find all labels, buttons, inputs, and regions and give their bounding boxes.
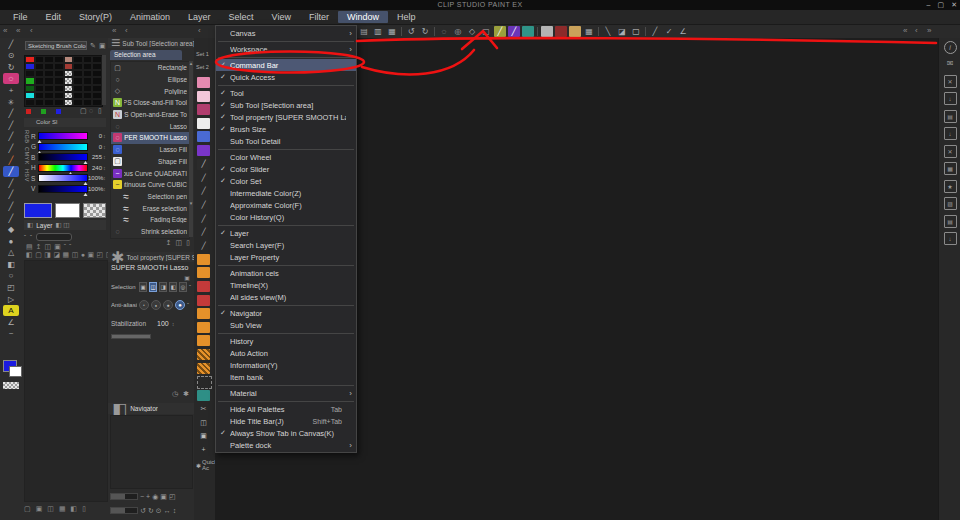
layer-list[interactable] (24, 260, 108, 502)
color-swatch[interactable] (54, 77, 64, 84)
menu-item-hide-title-bar-j-[interactable]: Hide Title Bar(J)Shift+Tab (216, 415, 356, 427)
teal-swatch-icon[interactable] (522, 26, 534, 37)
subtool-item-erase-selection[interactable]: ≈Erase selection (111, 202, 189, 214)
invert-selection-icon[interactable]: ◇ (466, 26, 478, 37)
quick-access-set1-label[interactable]: Set 1 (196, 51, 209, 57)
pen-tool[interactable]: ╱ (3, 39, 19, 50)
navigator-zoom-icon[interactable]: ◰ (169, 493, 176, 501)
menubar-item-storyp[interactable]: Story(P) (70, 11, 121, 23)
navigator-rotate-icon[interactable]: ↔ (164, 507, 171, 514)
delete-swatch-icon[interactable]: ▯ (98, 107, 102, 115)
save-icon[interactable]: ▦ (386, 26, 398, 37)
color-swatch[interactable] (73, 63, 83, 70)
collapse-chevron-icon[interactable]: « (3, 26, 7, 35)
menu-item-search-layer-f-[interactable]: Search Layer(F) (216, 239, 356, 251)
navigator-zoom-icon[interactable]: ◉ (152, 493, 158, 501)
selection-area-tool[interactable]: ◌ (3, 73, 19, 84)
color-swatch[interactable] (92, 63, 102, 70)
navigator-preview[interactable] (110, 415, 193, 489)
spray-tool[interactable]: ╱ (3, 201, 19, 212)
lock-icon[interactable]: ▣ (184, 274, 190, 281)
snap-angle-icon[interactable]: ∠ (677, 26, 689, 37)
menubar-item-filter[interactable]: Filter (300, 11, 338, 23)
subtool-item-lasso[interactable]: ◌Lasso (111, 120, 189, 132)
color-swatch[interactable] (73, 92, 83, 99)
color-swatch[interactable] (44, 70, 54, 77)
undo-icon[interactable]: ↺ (405, 26, 417, 37)
qa-orange-striped[interactable] (197, 363, 210, 374)
fill-tool[interactable]: ◧ (3, 259, 19, 270)
close-button[interactable]: ✕ (951, 0, 957, 10)
open-icon[interactable]: ▥ (372, 26, 384, 37)
collapse-chevron-icon[interactable]: « (903, 26, 907, 35)
palette-dock-icon[interactable]: ▣ (36, 505, 43, 513)
material-dock-icon[interactable]: ↓ (944, 92, 957, 105)
layer-command-icon[interactable]: ◧ (26, 251, 33, 259)
subtool-item-fading-edge[interactable]: ≈Fading Edge (111, 214, 189, 226)
slider-track-g[interactable] (38, 143, 88, 151)
color-model-tab-rgb[interactable]: RGB (23, 130, 30, 143)
color-swatch[interactable] (64, 85, 74, 92)
color-swatch[interactable] (44, 92, 54, 99)
color-swatch[interactable] (92, 77, 102, 84)
maximize-button[interactable]: ▢ (938, 0, 945, 10)
qa-dark-pink-lasso[interactable] (197, 104, 210, 115)
select-area-icon[interactable]: ▢ (480, 26, 492, 37)
register-subtool-icon[interactable]: ↥ (166, 239, 172, 247)
menu-item-sub-tool-detail[interactable]: Sub Tool Detail (216, 135, 356, 147)
layer-command-icon[interactable]: ● (81, 251, 85, 259)
transparent-color[interactable] (83, 203, 106, 218)
blend-tool[interactable]: ● (3, 236, 19, 247)
menu-item-history[interactable]: History (216, 335, 356, 347)
color-swatch[interactable] (54, 85, 64, 92)
info-icon[interactable]: i (944, 41, 957, 54)
qa-pink-brush[interactable] (197, 77, 210, 88)
eraser-tool[interactable]: ◆ (3, 224, 19, 235)
subtool-item-lasso-fill[interactable]: ◌Lasso Fill (111, 144, 189, 156)
color-swatch[interactable] (92, 85, 102, 92)
pencil-tool[interactable]: ╱ (3, 131, 19, 142)
color-swatch[interactable] (54, 99, 64, 106)
qa-pen[interactable]: ╱ (197, 172, 210, 183)
color-set-scrollbar[interactable] (102, 55, 106, 105)
decoration-tool[interactable]: ╱ (3, 213, 19, 224)
color-swatch[interactable] (44, 56, 54, 63)
eyedropper-tool[interactable]: ╱ (3, 108, 19, 119)
palette-dock-icon[interactable]: ▢ (24, 505, 31, 513)
navigator-slider[interactable] (110, 507, 138, 514)
menubar-item-select[interactable]: Select (220, 11, 263, 23)
qa-orange-brush[interactable] (197, 322, 210, 333)
figure-tool[interactable]: ○ (3, 270, 19, 281)
qa-light-pink-brush[interactable] (197, 91, 210, 102)
color-swatch[interactable] (64, 92, 74, 99)
pen-olive-icon[interactable]: ╱ (494, 26, 506, 37)
menu-item-all-sides-view-m-[interactable]: All sides view(M) (216, 291, 356, 303)
stabilization-slider[interactable] (111, 334, 151, 339)
qa-blue-tool[interactable] (197, 131, 210, 142)
layer-tool-icon[interactable]: ◫ (45, 243, 52, 251)
color-swatch[interactable] (54, 63, 64, 70)
history-icon[interactable]: ◷ (172, 390, 178, 398)
layer-command-icon[interactable]: ◪ (53, 251, 60, 259)
menu-item-timeline-x-[interactable]: Timeline(X) (216, 279, 356, 291)
menu-item-palette-dock[interactable]: Palette dock› (216, 439, 356, 451)
subtool-item-selection-pen[interactable]: ≈Selection pen (111, 191, 189, 203)
color-swatch[interactable] (83, 56, 93, 63)
subtool-item-shrink-selection[interactable]: ◌Shrink selection (111, 226, 189, 238)
menu-item-brush-size[interactable]: ✓Brush Size (216, 123, 356, 135)
opacity-slider[interactable] (36, 233, 72, 241)
antialias-button[interactable]: ● (151, 300, 161, 310)
line-tool-icon[interactable]: ╲ (602, 26, 614, 37)
menu-item-hide-all-palettes[interactable]: Hide All PalettesTab (216, 403, 356, 415)
antialias-button[interactable]: ● (139, 300, 149, 310)
color-swatch[interactable] (35, 56, 45, 63)
color-swatch[interactable] (92, 92, 102, 99)
menu-item-item-bank[interactable]: Item bank (216, 371, 356, 383)
sub-color[interactable] (55, 203, 81, 218)
menu-item-command-bar[interactable]: ✓Command Bar (216, 59, 356, 71)
frame-border-tool[interactable]: ◰ (3, 282, 19, 293)
color-swatch[interactable] (83, 70, 93, 77)
color-swatch[interactable] (25, 56, 35, 63)
qa-move[interactable]: + (197, 444, 210, 455)
menu-item-animation-cels[interactable]: Animation cels (216, 267, 356, 279)
